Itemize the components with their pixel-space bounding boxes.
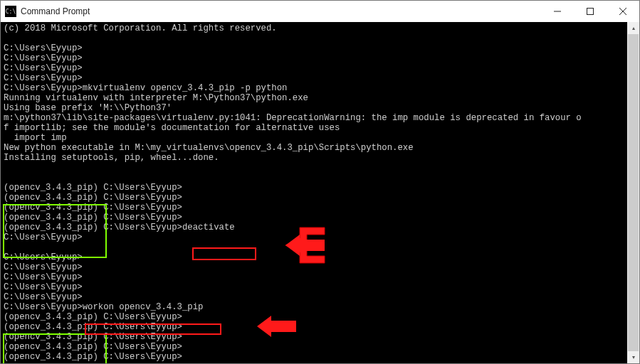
- command-prompt-window: C:\ Command Prompt (c) 2018 Microsoft Co…: [0, 0, 640, 364]
- scroll-up-button[interactable]: ▴: [627, 22, 639, 34]
- window-title: Command Prompt: [21, 6, 90, 16]
- close-button[interactable]: [607, 1, 639, 22]
- minimize-button[interactable]: [541, 1, 574, 22]
- scroll-down-button[interactable]: ▾: [627, 351, 639, 363]
- cmd-icon: C:\: [5, 6, 16, 17]
- terminal-output: (c) 2018 Microsoft Corporation. All righ…: [1, 22, 639, 363]
- window-controls: [541, 1, 639, 22]
- scrollbar[interactable]: ▴ ▾: [627, 22, 639, 363]
- scrollbar-thumb[interactable]: [628, 34, 639, 351]
- maximize-button[interactable]: [574, 1, 607, 22]
- svg-rect-1: [587, 9, 594, 15]
- titlebar[interactable]: C:\ Command Prompt: [1, 1, 639, 22]
- terminal-area[interactable]: (c) 2018 Microsoft Corporation. All righ…: [1, 22, 639, 363]
